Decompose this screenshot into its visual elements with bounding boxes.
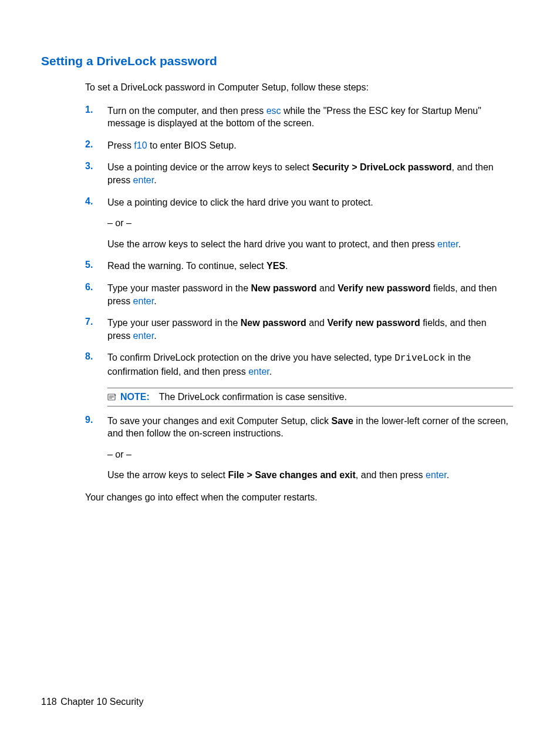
ordered-steps: 1.Turn on the computer, and then press e…: [85, 105, 513, 482]
text-run: esc: [266, 106, 281, 116]
text-run: Use the arrow keys to select the hard dr…: [107, 239, 437, 249]
step-paragraph: – or –: [107, 448, 511, 461]
step-body: Type your master password in the New pas…: [107, 282, 511, 307]
text-run: Turn on the computer, and then press: [107, 106, 266, 116]
step: 6.Type your master password in the New p…: [85, 282, 513, 307]
text-run: Use a pointing device or the arrow keys …: [107, 162, 312, 172]
step-paragraph: Press f10 to enter BIOS Setup.: [107, 139, 511, 152]
text-run: enter: [426, 470, 447, 480]
text-run: and: [317, 283, 338, 293]
step-number: 6.: [85, 282, 107, 293]
text-run: .: [447, 470, 449, 480]
step-body: Type your user password in the New passw…: [107, 317, 511, 342]
text-run: – or –: [107, 218, 131, 228]
text-run: .: [154, 296, 156, 306]
step-paragraph: Use the arrow keys to select File > Save…: [107, 469, 511, 482]
text-run: Press: [107, 140, 134, 150]
text-run: .: [285, 261, 288, 271]
step-paragraph: To confirm DriveLock protection on the d…: [107, 351, 511, 378]
text-run: .: [154, 175, 156, 185]
text-run: .: [458, 239, 461, 249]
step-body: Press f10 to enter BIOS Setup.: [107, 139, 511, 152]
text-run: and: [306, 318, 328, 328]
step-body: Use a pointing device to click the hard …: [107, 196, 511, 251]
step-paragraph: Use a pointing device to click the hard …: [107, 196, 511, 209]
text-run: New password: [251, 283, 317, 293]
step-paragraph: To save your changes and exit Computer S…: [107, 415, 511, 440]
text-run: enter: [248, 367, 269, 377]
text-run: Verify new password: [327, 318, 420, 328]
text-run: enter: [133, 175, 154, 185]
step-body: To confirm DriveLock protection on the d…: [107, 351, 511, 378]
step-paragraph: – or –: [107, 217, 511, 230]
page-footer: 118 Chapter 10 Security: [41, 697, 144, 707]
step-number: 2.: [85, 139, 107, 150]
text-run: f10: [134, 140, 147, 150]
text-run: YES: [266, 261, 285, 271]
text-run: Read the warning. To continue, select: [107, 261, 266, 271]
step: 5.Read the warning. To continue, select …: [85, 260, 513, 273]
step-number: 3.: [85, 161, 107, 172]
chapter-label: Chapter 10 Security: [60, 697, 143, 707]
text-run: .: [154, 331, 156, 341]
step-number: 9.: [85, 415, 107, 425]
section-heading: Setting a DriveLock password: [41, 54, 513, 68]
step-number: 7.: [85, 317, 107, 327]
note-label: NOTE:: [120, 392, 150, 402]
step-paragraph: Use a pointing device or the arrow keys …: [107, 161, 511, 186]
text-run: Type your master password in the: [107, 283, 251, 293]
text-run: Use a pointing device to click the hard …: [107, 197, 373, 207]
text-run: to enter BIOS Setup.: [147, 140, 237, 150]
step-number: 8.: [85, 351, 107, 362]
note-icon: [107, 393, 117, 401]
note-text: The DriveLock confirmation is case sensi…: [159, 392, 347, 402]
text-run: DriveLock: [394, 353, 445, 364]
step-paragraph: Turn on the computer, and then press esc…: [107, 105, 511, 130]
text-run: New password: [241, 318, 306, 328]
text-run: File > Save changes and exit: [228, 470, 355, 480]
step-body: Turn on the computer, and then press esc…: [107, 105, 511, 130]
page-number: 118: [41, 697, 57, 707]
text-run: enter: [133, 296, 154, 306]
step: 4.Use a pointing device to click the har…: [85, 196, 513, 251]
text-run: enter: [133, 331, 154, 341]
step: 3.Use a pointing device or the arrow key…: [85, 161, 513, 186]
text-run: Type your user password in the: [107, 318, 241, 328]
document-page: Setting a DriveLock password To set a Dr…: [0, 0, 560, 746]
text-run: To confirm DriveLock protection on the d…: [107, 352, 394, 362]
intro-paragraph: To set a DriveLock password in Computer …: [85, 81, 513, 94]
text-run: To save your changes and exit Computer S…: [107, 416, 332, 426]
step-body: To save your changes and exit Computer S…: [107, 415, 511, 482]
text-run: – or –: [107, 449, 131, 459]
step-number: 4.: [85, 196, 107, 207]
closing-paragraph: Your changes go into effect when the com…: [85, 491, 513, 504]
step: 8.To confirm DriveLock protection on the…: [85, 351, 513, 378]
step: 9.To save your changes and exit Computer…: [85, 415, 513, 482]
step-paragraph: Use the arrow keys to select the hard dr…: [107, 238, 511, 251]
text-run: Security > DriveLock password: [312, 162, 452, 172]
step-paragraph: Type your user password in the New passw…: [107, 317, 511, 342]
step: 2.Press f10 to enter BIOS Setup.: [85, 139, 513, 152]
step-body: Use a pointing device or the arrow keys …: [107, 161, 511, 186]
text-run: Use the arrow keys to select: [107, 470, 228, 480]
step-number: 5.: [85, 260, 107, 270]
step-paragraph: Read the warning. To continue, select YE…: [107, 260, 511, 273]
text-run: Verify new password: [338, 283, 430, 293]
step: 1.Turn on the computer, and then press e…: [85, 105, 513, 130]
text-run: Save: [332, 416, 353, 426]
text-run: , and then press: [356, 470, 426, 480]
step-paragraph: Type your master password in the New pas…: [107, 282, 511, 307]
step-number: 1.: [85, 105, 107, 115]
step: 7.Type your user password in the New pas…: [85, 317, 513, 342]
note-box: NOTE:The DriveLock confirmation is case …: [107, 388, 513, 406]
step-body: Read the warning. To continue, select YE…: [107, 260, 511, 273]
text-run: .: [269, 367, 272, 377]
text-run: enter: [437, 239, 458, 249]
